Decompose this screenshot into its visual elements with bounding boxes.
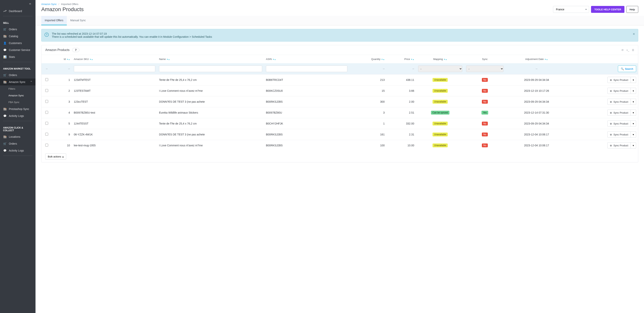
row-checkbox[interactable] (45, 144, 48, 147)
breadcrumb-link[interactable]: Amazon Sync (41, 3, 56, 5)
col-asin[interactable]: ASIN▼▲ (264, 55, 349, 63)
count-badge: 7 (72, 48, 80, 52)
nav-label: Orders (9, 28, 17, 31)
cart-icon: 🛒 (3, 142, 6, 145)
table-row: 10lee-test-mug-1955I Love Comment nous n… (42, 140, 638, 151)
filter-mapping-select[interactable]: - (418, 65, 462, 72)
nav-orders-amt[interactable]: 🛒Orders (0, 72, 36, 79)
database-icon[interactable]: ☰ (632, 49, 634, 51)
row-actions-dropdown[interactable]: ▾ (631, 121, 636, 127)
cell-qty: 100 (349, 140, 387, 151)
nav-customer-service[interactable]: 💬Customer Service (0, 46, 36, 53)
cell-name: Tente de f?te de 25,4 x 76,2 cm (157, 118, 264, 129)
nav-orders-cc[interactable]: 🛒Orders (0, 140, 36, 147)
row-actions-dropdown[interactable]: ▾ (631, 77, 636, 83)
divider (3, 156, 32, 156)
nav-stats[interactable]: 📊Stats (0, 53, 36, 60)
cell-adj: 2023-09-29 04:34:34 (506, 118, 568, 129)
collapse-button[interactable] (0, 0, 36, 8)
nav-label: Prestashop Sync (9, 108, 29, 111)
subnav-filters[interactable]: Filters (0, 85, 36, 92)
row-actions-dropdown[interactable]: ▾ (631, 88, 636, 94)
products-panel: Amazon Products 7 ⟳ >_ ☰ Id▼▲ Amazon SKU… (41, 45, 638, 162)
country-select[interactable]: France (553, 6, 589, 13)
subnav-fba-sync[interactable]: FBA Sync (0, 99, 36, 106)
row-actions-dropdown[interactable]: ▾ (631, 142, 636, 149)
table-row: 2123TESTAMTI Love Comment nous n\'avez m… (42, 85, 638, 96)
panel-title: Amazon Products (45, 48, 70, 52)
store-icon: 🏬 (3, 80, 6, 84)
download-icon: ⊕ (610, 122, 612, 125)
col-adj[interactable]: Adjustment Date▼▲ (506, 55, 568, 63)
cell-qty: 3 (349, 107, 387, 118)
col-qty[interactable]: Quantity▼▲ (349, 55, 387, 63)
chat-icon: 💬 (3, 149, 6, 152)
nav-amazon-sync[interactable]: 🏬 Amazon Sync ⌃ (0, 79, 36, 85)
nav-orders[interactable]: 🛒Orders (0, 26, 36, 33)
divider (3, 121, 32, 121)
filter-sku-input[interactable] (74, 65, 155, 72)
cell-name: Tente de f?te de 25,4 x 76,2 cm (157, 75, 264, 85)
tab-imported-offers[interactable]: Imported Offers (41, 16, 67, 25)
search-button[interactable]: 🔍Search (618, 65, 636, 72)
nav-customers[interactable]: 👤Customers (0, 40, 36, 46)
help-button[interactable]: Help (626, 6, 638, 13)
table-row: 1123ATMTESTTente de f?te de 25,4 x 76,2 … (42, 75, 638, 85)
col-sku[interactable]: Amazon SKU▼▲ (72, 55, 157, 63)
nav-label: Activity Logs (9, 149, 24, 152)
row-actions-dropdown[interactable]: ▾ (631, 131, 636, 138)
cell-price: 2.51 (386, 107, 416, 118)
sync-product-button[interactable]: ⊕Sync Product (607, 99, 631, 105)
sync-badge: No (482, 89, 488, 93)
alert-line-1: The list was refreshed at 2023-12-14 07:… (52, 32, 630, 35)
sync-product-button[interactable]: ⊕Sync Product (607, 88, 631, 94)
cell-name: DONN?ES DE TEST 3 (ne pas achete (157, 96, 264, 107)
cell-price: 3.66 (386, 85, 416, 96)
row-checkbox[interactable] (45, 78, 48, 81)
bulk-actions-button[interactable]: Bulk actions ▴ (45, 154, 66, 159)
nav-activity-logs[interactable]: 💬Activity Logs (0, 112, 36, 119)
nav-catalog[interactable]: 🏬Catalog (0, 33, 36, 40)
filter-name-input[interactable] (159, 65, 262, 72)
col-actions (568, 55, 638, 63)
sync-badge: No (482, 100, 488, 104)
sync-product-button[interactable]: ⊕Sync Product (607, 110, 631, 116)
col-name[interactable]: Name▼▲ (157, 55, 264, 63)
nav-locations[interactable]: 🏬Locations (0, 133, 36, 140)
tab-manual-sync[interactable]: Manual Sync (67, 16, 89, 25)
row-checkbox[interactable] (45, 100, 48, 103)
nav-activity-logs-cc[interactable]: 💬Activity Logs (0, 147, 36, 154)
row-actions-dropdown[interactable]: ▾ (631, 99, 636, 105)
col-mapping[interactable]: Mapping▼▲ (416, 55, 464, 63)
row-checkbox[interactable] (45, 122, 48, 125)
nav-prestashop-sync[interactable]: 🏬Prestashop Sync (0, 106, 36, 112)
row-checkbox[interactable] (45, 111, 48, 114)
filter-sync-select[interactable]: - (466, 65, 504, 72)
col-id[interactable]: Id▼▲ (50, 55, 72, 63)
nav-dashboard[interactable]: Dashboard (0, 8, 36, 14)
filter-asin-input[interactable] (266, 65, 347, 72)
divider (3, 16, 32, 16)
store-icon: 🏬 (3, 35, 6, 38)
sync-product-button[interactable]: ⊕Sync Product (607, 121, 631, 127)
sync-product-button[interactable]: ⊕Sync Product (607, 131, 631, 138)
sync-product-button[interactable]: ⊕Sync Product (607, 142, 631, 149)
col-price[interactable]: Price▼▲ (386, 55, 416, 63)
refresh-icon[interactable]: ⟳ (622, 49, 624, 51)
cell-qty: 1 (349, 118, 387, 129)
row-checkbox[interactable] (45, 133, 48, 136)
cell-id: 5 (50, 118, 72, 129)
row-checkbox[interactable] (45, 89, 48, 92)
sync-badge: No (482, 78, 488, 82)
cart-icon: 🛒 (3, 74, 6, 77)
sync-product-button[interactable]: ⊕Sync Product (607, 77, 631, 83)
terminal-icon[interactable]: >_ (626, 49, 629, 51)
close-icon[interactable]: × (633, 32, 635, 36)
cell-sku: 123TESTAMT (72, 85, 157, 96)
subnav-amazon-sync[interactable]: Amazon Sync (0, 92, 36, 99)
chat-icon: 💬 (3, 114, 6, 117)
col-sync: Sync (464, 55, 506, 63)
help-center-button[interactable]: TOOLE HELP CENTER (591, 6, 624, 13)
cell-id: 2 (50, 85, 72, 96)
row-actions-dropdown[interactable]: ▾ (631, 110, 636, 116)
